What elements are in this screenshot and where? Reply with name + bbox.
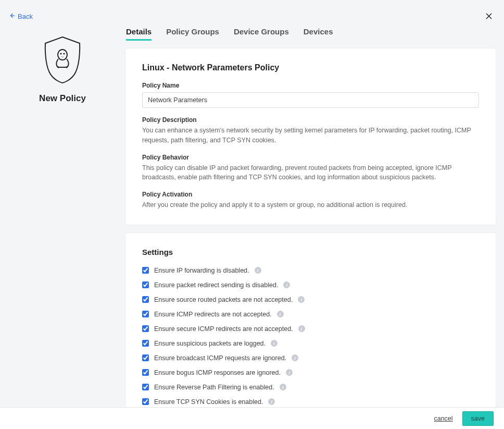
cancel-button[interactable]: cancel	[434, 415, 452, 422]
setting-checkbox[interactable]	[142, 281, 149, 288]
setting-row: Ensure Reverse Path Filtering is enabled…	[142, 384, 479, 391]
setting-label: Ensure ICMP redirects are not accepted.	[154, 311, 272, 318]
setting-checkbox[interactable]	[142, 369, 149, 376]
setting-row: Ensure suspicious packets are logged.i	[142, 340, 479, 347]
setting-label: Ensure IP forwarding is disabled.	[154, 267, 249, 274]
setting-label: Ensure bogus ICMP responses are ignored.	[154, 369, 281, 376]
policy-behavior-text: This policy can disable IP and packet fo…	[142, 163, 479, 183]
svg-point-3	[58, 50, 67, 60]
setting-label: Ensure broadcast ICMP requests are ignor…	[154, 354, 286, 362]
save-button[interactable]: save	[462, 411, 494, 426]
tab-device-groups[interactable]: Device Groups	[234, 27, 289, 41]
policy-heading: Linux - Network Parameters Policy	[142, 63, 479, 72]
setting-row: Ensure IP forwarding is disabled.i	[142, 267, 479, 274]
setting-checkbox[interactable]	[142, 340, 149, 347]
info-icon[interactable]: i	[280, 384, 286, 390]
info-icon[interactable]: i	[268, 398, 275, 405]
setting-row: Ensure bogus ICMP responses are ignored.…	[142, 369, 479, 376]
setting-checkbox[interactable]	[142, 325, 149, 332]
policy-info-card: Linux - Network Parameters Policy Policy…	[125, 48, 496, 225]
policy-name-label: Policy Name	[142, 82, 479, 89]
tabs: Details Policy Groups Device Groups Devi…	[125, 27, 496, 41]
setting-row: Ensure ICMP redirects are not accepted.i	[142, 311, 479, 318]
info-icon[interactable]: i	[292, 354, 298, 361]
arrow-left-icon	[9, 13, 16, 20]
setting-label: Ensure TCP SYN Cookies is enabled.	[154, 398, 263, 406]
tab-policy-groups[interactable]: Policy Groups	[166, 27, 219, 41]
info-icon[interactable]: i	[283, 281, 290, 288]
tab-devices[interactable]: Devices	[304, 27, 333, 41]
setting-checkbox[interactable]	[142, 354, 149, 361]
svg-point-5	[63, 53, 65, 54]
policy-description-text: You can enhance a system's network secur…	[142, 126, 479, 145]
setting-row: Ensure broadcast ICMP requests are ignor…	[142, 354, 479, 362]
setting-row: Ensure TCP SYN Cookies is enabled.i	[142, 398, 479, 406]
back-link[interactable]: Back	[9, 13, 33, 20]
info-icon[interactable]: i	[277, 311, 284, 317]
info-icon[interactable]: i	[286, 369, 293, 376]
policy-activation-label: Policy Activation	[142, 191, 479, 198]
setting-row: Ensure source routed packets are not acc…	[142, 296, 479, 303]
policy-behavior-label: Policy Behavior	[142, 154, 479, 161]
shield-linux-icon	[41, 35, 84, 84]
info-icon[interactable]: i	[298, 296, 305, 303]
footer-bar: cancel save	[0, 407, 504, 429]
close-button[interactable]	[483, 10, 495, 22]
setting-checkbox[interactable]	[142, 384, 149, 390]
setting-label: Ensure secure ICMP redirects are not acc…	[154, 325, 293, 333]
svg-point-4	[60, 53, 61, 54]
setting-row: Ensure packet redirect sending is disabl…	[142, 281, 479, 289]
policy-sidebar: New Policy	[8, 27, 117, 421]
info-icon[interactable]: i	[298, 325, 305, 332]
setting-checkbox[interactable]	[142, 267, 149, 274]
info-icon[interactable]: i	[271, 340, 278, 347]
setting-label: Ensure packet redirect sending is disabl…	[154, 281, 278, 289]
setting-label: Ensure suspicious packets are logged.	[154, 340, 266, 347]
sidebar-title: New Policy	[39, 93, 86, 104]
setting-checkbox[interactable]	[142, 311, 149, 317]
settings-card: Settings Ensure IP forwarding is disable…	[125, 232, 496, 421]
setting-checkbox[interactable]	[142, 296, 149, 303]
info-icon[interactable]: i	[255, 267, 261, 274]
policy-name-input[interactable]	[142, 92, 479, 108]
back-label: Back	[18, 13, 33, 20]
setting-checkbox[interactable]	[142, 398, 149, 405]
setting-label: Ensure source routed packets are not acc…	[154, 296, 293, 303]
setting-label: Ensure Reverse Path Filtering is enabled…	[154, 384, 274, 391]
settings-heading: Settings	[142, 248, 479, 256]
tab-details[interactable]: Details	[126, 27, 152, 41]
policy-activation-text: After you create the policy and apply it…	[142, 200, 479, 210]
policy-description-label: Policy Description	[142, 116, 479, 124]
setting-row: Ensure secure ICMP redirects are not acc…	[142, 325, 479, 333]
